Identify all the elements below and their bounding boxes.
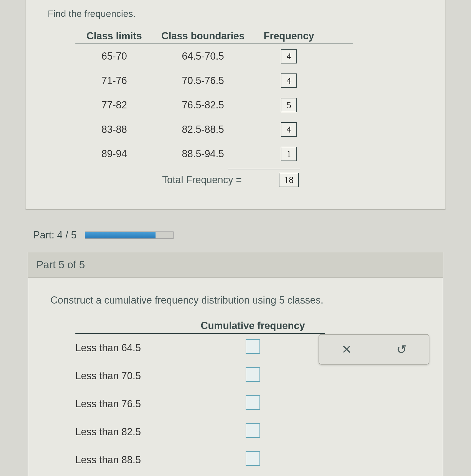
cumulative-label: Less than 70.5: [75, 370, 181, 382]
reset-button[interactable]: ↺: [393, 342, 410, 357]
total-row: Total Frequency = 18: [75, 166, 353, 187]
header-class-boundaries: Class boundaries: [153, 30, 253, 42]
part5-header: Part 5 of 5: [28, 252, 443, 278]
cell-frequency: 4: [253, 73, 325, 88]
cell-frequency: 4: [253, 49, 325, 63]
cumulative-input-cell: [181, 423, 325, 440]
cell-frequency: 1: [253, 147, 325, 161]
progress-fill: [85, 232, 156, 238]
instruction-text-2: Construct a cumulative frequency distrib…: [50, 294, 421, 306]
reset-icon: ↺: [396, 343, 407, 356]
total-frequency-value-box[interactable]: 18: [279, 173, 299, 187]
frequency-table: Class limits Class boundaries Frequency …: [75, 30, 423, 187]
header-class-limits: Class limits: [75, 30, 153, 42]
cumulative-input[interactable]: [246, 423, 260, 438]
cell-limits: 71-76: [75, 75, 153, 86]
table-row: 65-70 64.5-70.5 4: [75, 44, 353, 68]
cumulative-label: Less than 88.5: [75, 454, 181, 466]
cumulative-input[interactable]: [246, 339, 260, 354]
cumulative-input[interactable]: [246, 395, 260, 410]
cell-limits: 65-70: [75, 50, 153, 62]
close-button[interactable]: ✕: [338, 342, 355, 357]
instruction-text: Find the frequencies.: [48, 8, 423, 19]
cell-boundaries: 88.5-94.5: [153, 148, 253, 160]
cell-boundaries: 76.5-82.5: [153, 99, 253, 111]
cumulative-input[interactable]: [246, 451, 260, 466]
frequency-value-box[interactable]: 4: [281, 49, 297, 63]
cell-boundaries: 64.5-70.5: [153, 50, 253, 62]
table-row: 89-94 88.5-94.5 1: [75, 142, 353, 166]
cumulative-label: Less than 76.5: [75, 398, 181, 410]
frequency-value-box[interactable]: 5: [281, 98, 297, 112]
cell-boundaries: 70.5-76.5: [153, 75, 253, 86]
frequency-value-box[interactable]: 4: [281, 122, 297, 137]
table-row: Less than 82.5: [75, 418, 325, 446]
top-panel: Find the frequencies. Class limits Class…: [25, 0, 446, 210]
cell-limits: 89-94: [75, 148, 153, 160]
frequency-value-box[interactable]: 1: [281, 147, 297, 161]
table-row: Less than 76.5: [75, 390, 325, 418]
table-row: 77-82 76.5-82.5 5: [75, 93, 353, 117]
table-row: Less than 64.5: [75, 334, 325, 362]
total-frequency-cell: 18: [253, 173, 325, 187]
cell-limits: 83-88: [75, 124, 153, 135]
part-progress-label: Part: 4 / 5: [33, 229, 77, 241]
frequency-value-box[interactable]: 4: [281, 73, 297, 88]
action-panel: ✕ ↺: [319, 334, 429, 365]
cell-limits: 77-82: [75, 99, 153, 111]
cumulative-input-cell: [181, 451, 325, 468]
header-frequency: Frequency: [253, 30, 325, 42]
part-progress: Part: 4 / 5: [33, 229, 438, 241]
table-row: Less than 94.5: [75, 474, 325, 476]
table-row: 83-88 82.5-88.5 4: [75, 117, 353, 142]
cumulative-input-cell: [181, 395, 325, 412]
table-row: Less than 70.5: [75, 362, 325, 390]
cumulative-input-cell: [181, 367, 325, 384]
cumulative-table-header: Cumulative frequency: [75, 320, 325, 334]
cumulative-input-cell: [181, 339, 325, 356]
cumulative-label: Less than 64.5: [75, 342, 181, 354]
frequency-table-header: Class limits Class boundaries Frequency: [75, 30, 353, 44]
cell-frequency: 5: [253, 98, 325, 112]
table-row: Less than 88.5: [75, 446, 325, 474]
cell-boundaries: 82.5-88.5: [153, 124, 253, 135]
bottom-panel: Construct a cumulative frequency distrib…: [28, 278, 443, 476]
progress-bar: [85, 231, 174, 239]
cumulative-input[interactable]: [246, 367, 260, 382]
cumulative-label: Less than 82.5: [75, 426, 181, 438]
total-frequency-label: Total Frequency =: [75, 174, 253, 186]
close-icon: ✕: [342, 343, 352, 356]
cell-frequency: 4: [253, 122, 325, 137]
table-row: 71-76 70.5-76.5 4: [75, 68, 353, 93]
header-cumulative-frequency: Cumulative frequency: [181, 320, 325, 332]
